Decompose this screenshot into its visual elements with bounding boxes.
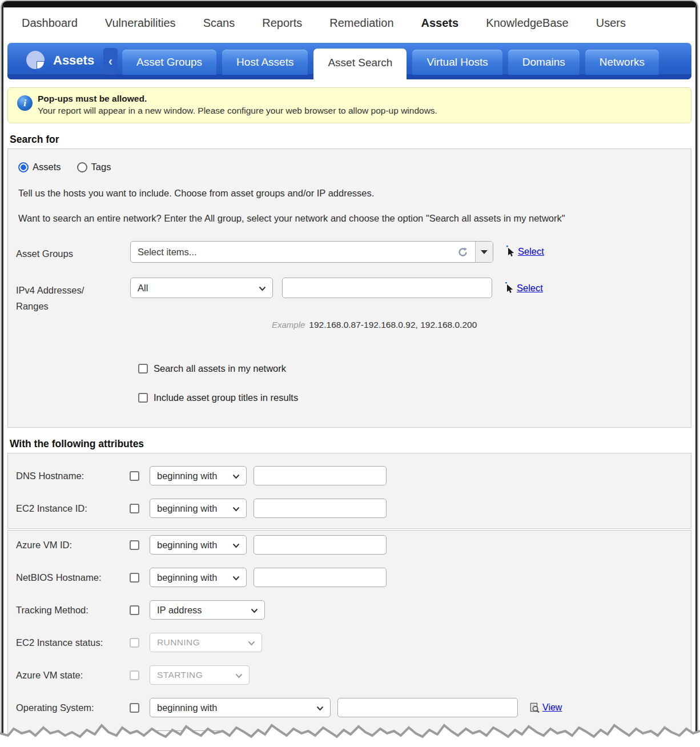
operating-system-row: Operating System: beginning with View xyxy=(16,698,691,717)
include-group-titles-checkbox[interactable] xyxy=(138,393,148,403)
azure-vm-state-value: STARTING xyxy=(150,666,249,684)
netbios-hostname-operator-select[interactable]: beginning with xyxy=(150,568,247,587)
chevron-down-icon xyxy=(316,706,324,711)
asset-groups-select-link[interactable]: Select xyxy=(505,241,544,257)
operating-system-input[interactable] xyxy=(337,698,518,717)
tab-virtual-hosts[interactable]: Virtual Hosts xyxy=(412,50,502,75)
radio-assets[interactable]: Assets xyxy=(18,162,61,172)
include-group-titles-label: Include asset group titles in results xyxy=(154,392,298,403)
assets-brand: Assets xyxy=(25,49,94,72)
nav-knowledgebase[interactable]: KnowledgeBase xyxy=(486,17,569,30)
nav-users[interactable]: Users xyxy=(596,17,626,30)
netbios-hostname-operator-value: beginning with xyxy=(150,568,246,587)
chevron-down-icon xyxy=(259,286,266,291)
nav-dashboard[interactable]: Dashboard xyxy=(22,17,78,30)
attributes-panel-1: DNS Hostname: beginning with EC2 Instanc… xyxy=(7,453,691,529)
dns-hostname-checkbox[interactable] xyxy=(130,471,139,481)
azure-vm-id-row: Azure VM ID: beginning with xyxy=(16,535,691,555)
operating-system-operator-select[interactable]: beginning with xyxy=(150,698,331,717)
intro-text-1: Tell us the hosts you want to include. C… xyxy=(18,187,691,199)
ipv4-select-label[interactable]: Select xyxy=(517,283,543,294)
info-icon: i xyxy=(17,95,33,111)
ec2-instance-id-label: EC2 Instance ID: xyxy=(16,503,130,514)
attributes-panel-2: Azure VM ID: beginning with NetBIOS Host… xyxy=(7,530,691,747)
asset-groups-select-label[interactable]: Select xyxy=(518,246,544,257)
tab-asset-search[interactable]: Asset Search xyxy=(313,49,407,84)
include-group-titles-checkbox-row: Include asset group titles in results xyxy=(138,392,691,403)
dns-hostname-input[interactable] xyxy=(254,466,387,485)
netbios-hostname-input[interactable] xyxy=(254,568,387,587)
dns-hostname-row: DNS Hostname: beginning with xyxy=(16,466,691,485)
pie-chart-icon xyxy=(25,49,47,72)
search-for-panel: Assets Tags Tell us the hosts you want t… xyxy=(7,148,691,428)
torn-edge-decoration xyxy=(0,721,700,747)
tracking-method-row: Tracking Method: IP address xyxy=(16,600,691,620)
collapse-chevron-button[interactable]: ‹ xyxy=(103,48,118,75)
ipv4-select-link[interactable]: Select xyxy=(504,278,543,294)
search-all-assets-checkbox[interactable] xyxy=(138,364,148,374)
tab-host-assets[interactable]: Host Assets xyxy=(222,50,308,75)
radio-tags-control[interactable] xyxy=(77,162,87,172)
intro-text-2: Want to search an entire network? Enter … xyxy=(18,212,691,224)
banner-message: Your report will appear in a new window.… xyxy=(38,106,682,116)
dns-hostname-label: DNS Hostname: xyxy=(16,471,130,481)
asset-groups-combobox[interactable]: Select items... xyxy=(130,241,493,263)
search-all-assets-label: Search all assets in my network xyxy=(154,363,286,374)
ipv4-label-line1: IPv4 Addresses/ xyxy=(16,282,130,298)
radio-tags[interactable]: Tags xyxy=(77,162,111,172)
caret-down-icon xyxy=(481,250,488,254)
ec2-instance-id-checkbox[interactable] xyxy=(130,504,139,513)
cursor-plus-icon xyxy=(504,282,514,294)
brand-label: Assets xyxy=(53,53,94,68)
azure-vm-state-label: Azure VM state: xyxy=(16,670,130,681)
nav-vulnerabilities[interactable]: Vulnerabilities xyxy=(105,17,176,30)
azure-vm-state-checkbox xyxy=(130,670,139,680)
dns-hostname-operator-select[interactable]: beginning with xyxy=(150,466,247,485)
ec2-instance-id-operator-value: beginning with xyxy=(150,499,246,517)
ipv4-example-text: Example192.168.0.87-192.168.0.92, 192.16… xyxy=(272,320,691,330)
combobox-dropdown-button[interactable] xyxy=(475,242,493,262)
tracking-method-checkbox[interactable] xyxy=(130,605,139,615)
tab-domains[interactable]: Domains xyxy=(508,50,580,75)
radio-tags-label: Tags xyxy=(91,162,111,172)
ec2-instance-id-row: EC2 Instance ID: beginning with xyxy=(16,499,691,518)
netbios-hostname-checkbox[interactable] xyxy=(130,573,139,583)
operating-system-view-label[interactable]: View xyxy=(542,702,562,713)
nav-remediation[interactable]: Remediation xyxy=(329,17,393,30)
chevron-down-icon xyxy=(248,641,255,646)
tab-networks[interactable]: Networks xyxy=(585,50,659,75)
operating-system-checkbox[interactable] xyxy=(130,703,139,713)
popup-warning-banner: i Pop-ups must be allowed. Your report w… xyxy=(7,87,691,123)
assets-subnav-bar: Assets ‹ Asset Groups Host Assets Asset … xyxy=(7,43,691,79)
search-all-assets-checkbox-row: Search all assets in my network xyxy=(138,363,691,374)
chevron-down-icon xyxy=(251,608,258,613)
tracking-method-select[interactable]: IP address xyxy=(150,600,265,620)
example-label: Example xyxy=(272,320,305,330)
ec2-instance-status-label: EC2 Instance status: xyxy=(16,637,130,648)
ipv4-scope-select[interactable]: All xyxy=(130,278,273,298)
nav-reports[interactable]: Reports xyxy=(262,17,302,30)
azure-vm-state-row: Azure VM state: STARTING xyxy=(16,665,691,685)
nav-assets[interactable]: Assets xyxy=(421,17,459,30)
refresh-icon[interactable] xyxy=(457,246,469,258)
ipv4-addresses-input[interactable] xyxy=(282,278,492,298)
netbios-hostname-row: NetBIOS Hostname: beginning with xyxy=(16,568,691,587)
azure-vm-id-input[interactable] xyxy=(254,535,387,555)
ipv4-scope-value: All xyxy=(131,278,272,298)
app-window: Dashboard Vulnerabilities Scans Reports … xyxy=(2,1,697,747)
ipv4-row: IPv4 Addresses/ Ranges All Select xyxy=(16,278,691,314)
azure-vm-id-operator-select[interactable]: beginning with xyxy=(150,535,247,555)
tab-asset-groups[interactable]: Asset Groups xyxy=(122,50,216,75)
ec2-instance-status-select: RUNNING xyxy=(150,633,262,652)
asset-groups-label: Asset Groups xyxy=(16,241,130,262)
radio-assets-control[interactable] xyxy=(18,162,29,172)
ipv4-label-line2: Ranges xyxy=(16,298,130,314)
nav-scans[interactable]: Scans xyxy=(203,17,235,30)
ec2-instance-id-input[interactable] xyxy=(254,499,387,518)
chevron-down-icon xyxy=(235,673,243,678)
azure-vm-id-checkbox[interactable] xyxy=(130,540,139,550)
operating-system-view-link[interactable]: View xyxy=(529,702,562,713)
cursor-plus-icon xyxy=(505,246,515,257)
ec2-instance-id-operator-select[interactable]: beginning with xyxy=(150,499,247,518)
ec2-instance-status-row: EC2 Instance status: RUNNING xyxy=(16,633,691,652)
